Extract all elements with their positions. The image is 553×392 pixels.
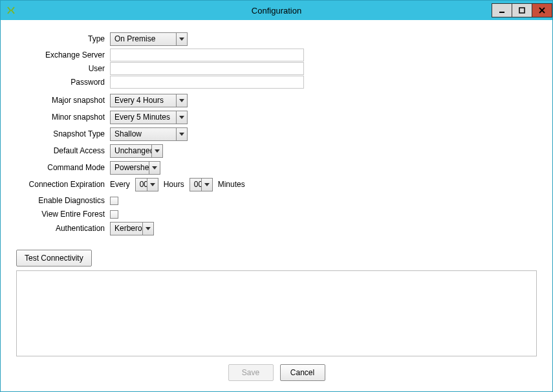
password-label: Password <box>16 78 110 87</box>
view-entire-forest-label: View Entire Forest <box>16 210 110 219</box>
chevron-down-icon <box>176 127 188 141</box>
expiration-hours-value: 00 <box>135 178 147 191</box>
snapshot-type-dropdown[interactable]: Shallow <box>110 127 188 141</box>
minor-snapshot-value: Every 5 Minutes <box>110 111 176 124</box>
expiration-hours-dropdown[interactable]: 00 <box>135 178 158 191</box>
chevron-down-icon <box>147 178 158 191</box>
test-connectivity-button[interactable]: Test Connectivity <box>16 250 92 267</box>
view-entire-forest-checkbox[interactable] <box>110 210 118 219</box>
snapshot-type-value: Shallow <box>110 127 176 141</box>
chevron-down-icon <box>176 94 188 107</box>
content-area: Type On Premise Exchange Server User Pas… <box>1 20 552 391</box>
chevron-down-icon <box>176 32 188 46</box>
minimize-button[interactable] <box>492 3 512 17</box>
authentication-dropdown[interactable]: Kerberos <box>110 222 154 235</box>
command-mode-label: Command Mode <box>16 163 110 172</box>
authentication-value: Kerberos <box>110 222 142 235</box>
command-mode-value: Powershell <box>110 161 149 175</box>
expiration-minutes-dropdown[interactable]: 00 <box>190 178 213 191</box>
type-label: Type <box>16 34 110 43</box>
user-input[interactable] <box>110 62 304 75</box>
cancel-button[interactable]: Cancel <box>280 364 325 381</box>
chevron-down-icon <box>176 111 188 124</box>
password-input[interactable] <box>110 76 304 89</box>
window-controls <box>492 3 552 17</box>
maximize-button[interactable] <box>512 3 532 17</box>
enable-diagnostics-label: Enable Diagnostics <box>16 196 110 205</box>
window-title: Configuration <box>1 6 552 16</box>
authentication-label: Authentication <box>16 224 110 233</box>
chevron-down-icon <box>149 161 160 175</box>
chevron-down-icon <box>151 144 163 158</box>
exchange-server-input[interactable] <box>110 49 304 61</box>
snapshot-type-label: Snapshot Type <box>16 129 110 138</box>
minor-snapshot-label: Minor snapshot <box>16 113 110 122</box>
type-dropdown[interactable]: On Premise <box>110 32 188 46</box>
hours-label: Hours <box>164 180 184 189</box>
every-label: Every <box>110 180 130 189</box>
major-snapshot-label: Major snapshot <box>16 96 110 105</box>
expiration-minutes-value: 00 <box>190 178 201 191</box>
chevron-down-icon <box>201 178 213 191</box>
configuration-window: Configuration Type On Premise Exchange S… <box>0 0 553 392</box>
command-mode-dropdown[interactable]: Powershell <box>110 161 160 175</box>
svg-rect-1 <box>519 8 525 13</box>
type-value: On Premise <box>110 32 176 46</box>
minor-snapshot-dropdown[interactable]: Every 5 Minutes <box>110 111 188 124</box>
output-log[interactable] <box>16 270 537 356</box>
exchange-server-label: Exchange Server <box>16 50 110 60</box>
save-button[interactable]: Save <box>228 364 274 381</box>
major-snapshot-value: Every 4 Hours <box>110 94 176 107</box>
chevron-down-icon <box>142 222 154 235</box>
user-label: User <box>16 64 110 73</box>
app-icon <box>6 5 16 16</box>
minutes-label: Minutes <box>218 180 245 189</box>
connection-expiration-label: Connection Expiration <box>16 180 110 189</box>
close-button[interactable] <box>532 3 552 17</box>
default-access-value: Unchanged <box>110 144 151 158</box>
enable-diagnostics-checkbox[interactable] <box>110 197 118 205</box>
footer-buttons: Save Cancel <box>16 356 537 385</box>
default-access-dropdown[interactable]: Unchanged <box>110 144 163 158</box>
titlebar: Configuration <box>1 1 552 20</box>
major-snapshot-dropdown[interactable]: Every 4 Hours <box>110 94 188 107</box>
default-access-label: Default Access <box>16 146 110 155</box>
